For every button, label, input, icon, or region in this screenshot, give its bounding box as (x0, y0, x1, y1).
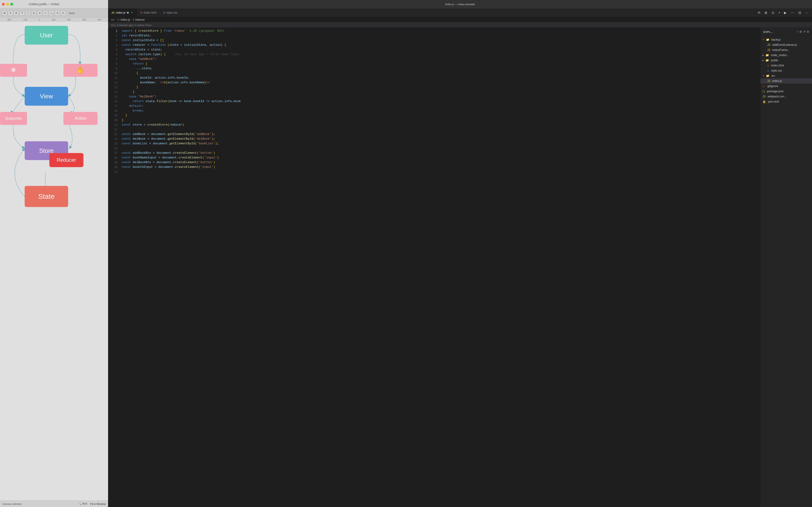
minimize-button[interactable] (6, 3, 9, 6)
hand-icon: ✋ (77, 66, 85, 74)
line-num-15: 15 (114, 94, 117, 99)
history-icon[interactable]: ⟲ (757, 10, 761, 15)
graffle-statusbar: Canvas selected 🔍 96% Fit in Window (0, 500, 108, 507)
maximize-button[interactable] (10, 3, 13, 6)
tree-file-webpack[interactable]: JS webpack.con... (761, 94, 812, 99)
collapse-icon[interactable]: ⊟ (807, 30, 809, 33)
git-icon-gitignore: ⬡ (762, 85, 765, 88)
code-line-26 (120, 146, 760, 151)
window-title: Untitled.graffle — Edited (29, 3, 59, 6)
tree-file-public-html[interactable]: ◇ index.html (761, 63, 812, 68)
code-line-8: return [ (120, 61, 760, 66)
tree-file-package[interactable]: { } package.json (761, 89, 812, 94)
breadcrumb-symbol[interactable]: reducer (135, 18, 145, 21)
more-icon[interactable]: ··· (805, 10, 809, 15)
tab-style-css[interactable]: ◇ style.css (160, 8, 181, 17)
explorer-header: EXPL... + ⊞ ↺ ⊟ (761, 28, 812, 36)
tab-index-js[interactable]: JS index.js ✕ (108, 8, 137, 17)
tab-css-icon: ◇ (163, 11, 165, 14)
node-hand[interactable]: ✋ (63, 64, 98, 77)
fit-button[interactable]: Fit in Window (90, 503, 106, 505)
breadcrumb-sep-1: › (116, 18, 116, 21)
code-line-24: const delBook = document.getElementById(… (120, 136, 760, 141)
toolbar-btn-6[interactable]: ⊡ (31, 10, 37, 16)
tab-index-js-label: index.js (116, 11, 125, 14)
tab-spacer (181, 8, 754, 17)
node-reducer[interactable]: Reducer (49, 153, 84, 167)
tree-file-indexjs[interactable]: JS index.js (761, 78, 812, 83)
node-subscribe[interactable]: Subscribe (0, 112, 27, 125)
breadcrumb: src › ⬡ index.js › ƒ reducer (108, 17, 812, 22)
line-num-13: 13 (114, 85, 117, 90)
toolbar-btn-1[interactable]: ⊕ (2, 10, 7, 16)
toolbar-btn-8[interactable]: ⤢ (43, 10, 48, 16)
line-num-22: 22 (114, 127, 117, 132)
file-label-addevent: addEventListener.js (772, 43, 797, 47)
tree-file-reduxframe[interactable]: JS reduxFrame... (761, 47, 812, 53)
line-num-1: 1 (116, 29, 117, 33)
tree-file-yarn[interactable]: 🔒 yarn.lock (761, 99, 812, 104)
file-tree: ▼ 📁 backup JS addEventListener.js JS red… (761, 36, 812, 507)
toolbar-btn-3[interactable]: A (14, 10, 19, 16)
html-icon-public: ◇ (767, 64, 769, 67)
tree-folder-src[interactable]: ▼ 📁 src (761, 73, 812, 78)
tab-close-js[interactable]: ✕ (130, 11, 134, 14)
toolbar-btn-11[interactable]: ↻ (61, 10, 66, 16)
run-icon[interactable]: ▶ (783, 10, 788, 15)
breadcrumb-file[interactable]: index.js (120, 18, 130, 21)
tree-file-public-css[interactable]: ◇ style.css (761, 68, 812, 73)
js-icon-webpack: JS (762, 95, 766, 98)
toolbar-btn-7[interactable]: ⊙ (37, 10, 42, 16)
toolbar-btn-4[interactable]: T (19, 10, 25, 16)
breadcrumb-icon-js: ⬡ (117, 18, 119, 21)
code-line-21: const store = createStore(reducer) (120, 122, 760, 127)
split-icon[interactable]: ⊞ (764, 10, 768, 15)
split-editor-icon[interactable]: ⊟ (798, 10, 802, 15)
code-line-14: ] (120, 90, 760, 94)
node-eye[interactable]: 👁 (0, 64, 27, 77)
code-line-22 (120, 127, 760, 132)
diagram-canvas[interactable]: User 👁 ✋ View Subscribe Action Store Red… (0, 21, 108, 500)
node-action[interactable]: Action (63, 112, 98, 125)
node-state[interactable]: State (25, 186, 68, 207)
folder-arrow-src: ▼ (762, 75, 765, 77)
new-file-icon[interactable]: + (797, 30, 798, 33)
node-user[interactable]: User (25, 26, 68, 45)
tab-index-html[interactable]: ◇ index.html (137, 8, 160, 17)
tab-index-html-label: index.html (144, 11, 156, 14)
toolbar-btn-9[interactable]: 🔍 (49, 10, 54, 16)
toolbar-btn-10[interactable]: ↺ (55, 10, 60, 16)
toolbar-btn-5[interactable]: ╱ (26, 10, 31, 16)
toolbar-btn-2[interactable]: ✦ (8, 10, 13, 16)
refresh-icon[interactable]: ↺ (803, 30, 806, 33)
line-num-10: 10 (114, 71, 117, 75)
dot-icon[interactable]: • (778, 10, 781, 15)
graffle-ruler: -200 -100 0 100 200 300 400 (0, 18, 108, 21)
tree-folder-backup[interactable]: ▼ 📁 backup (761, 37, 812, 42)
js-icon-addevent: JS (767, 43, 770, 47)
file-label-indexjs: index.js (772, 79, 782, 82)
js-icon-indexjs: JS (767, 79, 770, 82)
js-icon-reduxframe: JS (767, 48, 770, 52)
tree-file-addevent[interactable]: JS addEventListener.js (761, 42, 812, 47)
file-label-reduxframe: reduxFrame... (772, 48, 790, 52)
line-num-24: 24 (114, 136, 117, 141)
file-label-gitignore: .gitignore (767, 84, 778, 88)
debug-icon[interactable]: ⋯ (790, 10, 795, 15)
file-label-webpack: webpack.con... (768, 95, 786, 98)
tree-file-gitignore[interactable]: ⬡ .gitignore (761, 83, 812, 89)
close-button[interactable] (2, 3, 5, 6)
new-folder-icon[interactable]: ⊞ (800, 30, 802, 33)
line-num-20: 20 (114, 118, 117, 122)
code-editor[interactable]: import { createStore } from 'redux' 2.2K… (120, 28, 760, 507)
file-label-package: package.json (767, 90, 783, 93)
tools-label: Tools (68, 12, 75, 14)
node-view[interactable]: View (25, 87, 68, 106)
breadcrumb-src[interactable]: src (111, 18, 115, 21)
tree-folder-public[interactable]: ▶ 📁 public (761, 58, 812, 63)
folder-label-nodemodules: node_modul... (771, 54, 789, 57)
search-icon[interactable]: ⊙ (771, 10, 775, 15)
code-line-1: import { createStore } from 'redux' 2.2K… (120, 29, 760, 33)
tree-folder-nodemodules[interactable]: ▶ 📁 node_modul... (761, 53, 812, 58)
graffle-panel: Untitled.graffle — Edited ⊕ ✦ A T ╱ ⊡ ⊙ … (0, 0, 108, 507)
